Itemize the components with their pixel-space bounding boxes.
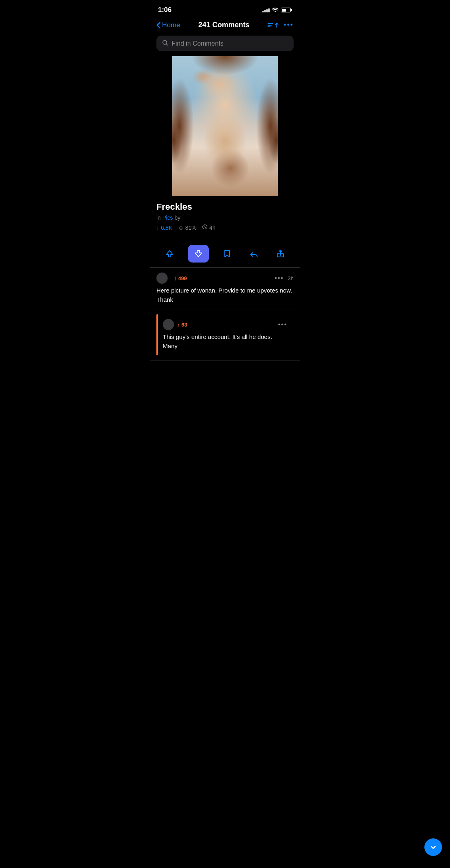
search-bar[interactable]: Find in Comments — [156, 36, 294, 51]
comment-item: ↑ 499 ••• 3h Here picture of wonan. Prov… — [150, 268, 300, 309]
post-age: 4h — [209, 225, 216, 231]
nav-bar: Home 241 Comments ••• — [150, 18, 300, 34]
post-image-container — [150, 56, 300, 196]
wifi-icon — [272, 7, 278, 13]
avatar — [163, 319, 174, 330]
bookmark-button[interactable] — [219, 247, 235, 260]
comment-time: 3h — [288, 275, 294, 281]
comment-indent-line — [156, 314, 158, 355]
comment-author-area: ↑ 63 — [163, 319, 187, 330]
status-icons — [262, 7, 292, 13]
clock-icon — [202, 224, 208, 231]
back-label: Home — [162, 21, 180, 29]
back-button[interactable]: Home — [156, 21, 180, 29]
post-subreddit-prefix: in — [156, 214, 162, 221]
comment-header: ↑ 63 ••• — [163, 319, 287, 330]
nav-actions: ••• — [268, 21, 294, 29]
comment-vote: ↑ 63 — [177, 322, 187, 328]
comment-more-button[interactable]: ••• — [275, 275, 284, 282]
score-stat: ☺ 81% — [178, 225, 196, 231]
vote-arrow-icon: ↓ — [156, 225, 159, 231]
comment-item: ↑ 63 ••• This guy's entire account. It's… — [150, 309, 300, 361]
comment-meta: ••• — [278, 321, 287, 328]
more-button[interactable]: ••• — [284, 21, 294, 29]
action-bar — [150, 240, 300, 268]
age-stat: 4h — [202, 224, 216, 231]
post-by: by — [174, 214, 180, 221]
vote-up-icon: ↑ — [174, 275, 177, 281]
status-time: 1:06 — [158, 6, 172, 14]
search-placeholder: Find in Comments — [172, 40, 224, 47]
comment-vote-count: 63 — [182, 322, 187, 328]
comment-vote: ↑ 499 — [174, 275, 187, 281]
comment-body: This guy's entire account. It's all he d… — [163, 333, 287, 351]
score-percent: 81% — [185, 225, 196, 231]
comment-author-area: ↑ 499 — [156, 273, 187, 284]
vote-stat: ↓ 6.8K — [156, 225, 172, 231]
reply-button[interactable] — [246, 247, 262, 260]
post-subreddit[interactable]: Pics — [162, 214, 173, 221]
search-container: Find in Comments — [150, 34, 300, 56]
comment-more-button[interactable]: ••• — [278, 321, 287, 328]
vote-up-icon: ↑ — [177, 322, 180, 328]
avatar — [156, 273, 168, 284]
battery-icon — [281, 8, 292, 12]
post-image — [172, 56, 278, 196]
score-icon: ☺ — [178, 225, 184, 231]
signal-icon — [262, 8, 270, 12]
search-icon — [162, 40, 168, 47]
status-bar: 1:06 — [150, 0, 300, 18]
comment-meta: ••• 3h — [275, 275, 294, 282]
comment-body: Here picture of wonan. Provide to me upv… — [156, 286, 294, 304]
post-info: Freckles in Pics by ↓ 6.8K ☺ 81% 4h — [150, 196, 300, 240]
vote-count: 6.8K — [161, 225, 172, 231]
sort-button[interactable] — [268, 22, 279, 28]
share-button[interactable] — [272, 247, 288, 260]
upvote-button[interactable] — [162, 247, 178, 260]
comment-header: ↑ 499 ••• 3h — [156, 273, 294, 284]
comment-vote-count: 499 — [178, 275, 187, 281]
post-meta: in Pics by — [156, 214, 294, 221]
post-stats: ↓ 6.8K ☺ 81% 4h — [156, 224, 294, 231]
post-title: Freckles — [156, 202, 294, 212]
downvote-button[interactable] — [188, 245, 209, 263]
comments-section: ↑ 499 ••• 3h Here picture of wonan. Prov… — [150, 268, 300, 361]
page-title: 241 Comments — [198, 21, 250, 29]
